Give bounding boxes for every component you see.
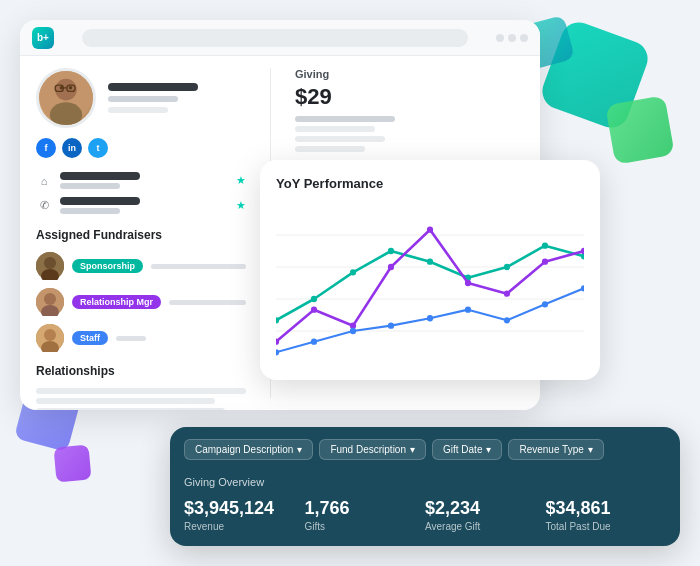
svg-point-27 — [504, 264, 510, 270]
contact-rows: ⌂ ★ ✆ ★ — [36, 172, 246, 214]
fundraiser-avatar-2 — [36, 288, 64, 316]
home-icon: ⌂ — [36, 173, 52, 189]
giving-overview-section: Giving Overview $3,945,124 Revenue 1,766… — [170, 468, 680, 546]
metric-total-past-due: $34,861 Total Past Due — [546, 498, 667, 532]
twitter-icon[interactable]: t — [88, 138, 108, 158]
fundraiser-avatar-3 — [36, 324, 64, 352]
profile-name-lines — [108, 83, 198, 113]
svg-point-12 — [44, 293, 56, 305]
assigned-fundraisers-title: Assigned Fundraisers — [36, 228, 246, 242]
fundraiser-line-1 — [151, 264, 246, 269]
green-square-shape — [605, 95, 675, 165]
svg-point-31 — [311, 306, 317, 312]
filter-gift-date-btn[interactable]: Gift Date ▾ — [432, 439, 502, 460]
svg-point-25 — [427, 258, 433, 264]
svg-point-37 — [542, 258, 548, 264]
name-line1 — [108, 83, 198, 91]
rel-line-2 — [36, 398, 215, 404]
svg-point-28 — [542, 242, 548, 248]
chart-title: YoY Performance — [276, 176, 584, 191]
average-gift-value: $2,234 — [425, 498, 546, 519]
chevron-down-icon-revenue: ▾ — [588, 444, 593, 455]
svg-point-34 — [427, 226, 433, 232]
chevron-down-icon-gift: ▾ — [486, 444, 491, 455]
svg-point-47 — [581, 285, 584, 291]
svg-point-46 — [542, 301, 548, 307]
svg-point-40 — [311, 338, 317, 344]
rel-line-3 — [36, 408, 225, 410]
star-icon-home: ★ — [236, 174, 246, 187]
svg-point-9 — [44, 257, 56, 269]
crm-left-column: f in t ⌂ ★ ✆ — [36, 68, 246, 398]
linkedin-icon[interactable]: in — [62, 138, 82, 158]
tag-relationship-mgr: Relationship Mgr — [72, 295, 161, 309]
filter-fund-btn[interactable]: Fund Description ▾ — [319, 439, 426, 460]
metrics-row: $3,945,124 Revenue 1,766 Gifts $2,234 Av… — [184, 498, 666, 532]
filter-gift-date-label: Gift Date — [443, 444, 482, 455]
revenue-value: $3,945,124 — [184, 498, 305, 519]
svg-point-22 — [311, 296, 317, 302]
chart-area — [276, 203, 584, 363]
purple-diamond-left-shape — [54, 445, 92, 483]
crm-search-bar[interactable] — [82, 29, 468, 47]
relationships-title: Relationships — [36, 364, 246, 378]
svg-point-1 — [55, 79, 77, 101]
dot1 — [496, 34, 504, 42]
chevron-down-icon-campaign: ▾ — [297, 444, 302, 455]
giving-header: Giving — [295, 68, 524, 80]
fundraiser-line-3 — [116, 336, 146, 341]
giving-overview-title: Giving Overview — [184, 476, 666, 488]
contact-row-home: ⌂ ★ — [36, 172, 246, 189]
phone-icon: ✆ — [36, 198, 52, 214]
gifts-value: 1,766 — [305, 498, 426, 519]
name-line3 — [108, 107, 168, 113]
rel-line-1 — [36, 388, 246, 394]
star-icon-phone: ★ — [236, 199, 246, 212]
svg-point-24 — [388, 248, 394, 254]
svg-point-38 — [581, 248, 584, 254]
filter-revenue-type-btn[interactable]: Revenue Type ▾ — [508, 439, 603, 460]
fundraiser-list: Sponsorship Relationship Mgr Staff — [36, 252, 246, 352]
total-past-due-value: $34,861 — [546, 498, 667, 519]
total-past-due-label: Total Past Due — [546, 521, 667, 532]
svg-point-23 — [350, 269, 356, 275]
svg-point-15 — [44, 329, 56, 341]
filter-fund-label: Fund Description — [330, 444, 406, 455]
fundraiser-row-2: Relationship Mgr — [36, 288, 246, 316]
metric-average-gift: $2,234 Average Gift — [425, 498, 546, 532]
revenue-label: Revenue — [184, 521, 305, 532]
svg-point-42 — [388, 322, 394, 328]
svg-point-45 — [504, 317, 510, 323]
contact-phone-lines — [60, 197, 228, 214]
dot2 — [508, 34, 516, 42]
chevron-down-icon-fund: ▾ — [410, 444, 415, 455]
facebook-icon[interactable]: f — [36, 138, 56, 158]
filter-campaign-label: Campaign Description — [195, 444, 293, 455]
chart-card: YoY Performance — [260, 160, 600, 380]
metric-gifts: 1,766 Gifts — [305, 498, 426, 532]
data-card: Campaign Description ▾ Fund Description … — [170, 427, 680, 546]
svg-point-39 — [276, 349, 279, 355]
fundraiser-row-1: Sponsorship — [36, 252, 246, 280]
filter-campaign-btn[interactable]: Campaign Description ▾ — [184, 439, 313, 460]
tag-staff: Staff — [72, 331, 108, 345]
social-icons: f in t — [36, 138, 246, 158]
relationships-lines — [36, 388, 246, 410]
dot3 — [520, 34, 528, 42]
topbar-dots — [496, 34, 528, 42]
fundraiser-row-3: Staff — [36, 324, 246, 352]
giving-amount: $29 — [295, 84, 524, 110]
fundraiser-avatar-1 — [36, 252, 64, 280]
crm-logo: b+ — [32, 27, 54, 49]
relationships-section: Relationships — [36, 364, 246, 410]
filters-row: Campaign Description ▾ Fund Description … — [170, 427, 680, 468]
giving-detail-lines — [295, 116, 524, 152]
svg-point-43 — [427, 315, 433, 321]
svg-point-35 — [465, 280, 471, 286]
svg-point-41 — [350, 328, 356, 334]
name-line2 — [108, 96, 178, 102]
average-gift-label: Average Gift — [425, 521, 546, 532]
gifts-label: Gifts — [305, 521, 426, 532]
contact-row-phone: ✆ ★ — [36, 197, 246, 214]
tag-sponsorship: Sponsorship — [72, 259, 143, 273]
